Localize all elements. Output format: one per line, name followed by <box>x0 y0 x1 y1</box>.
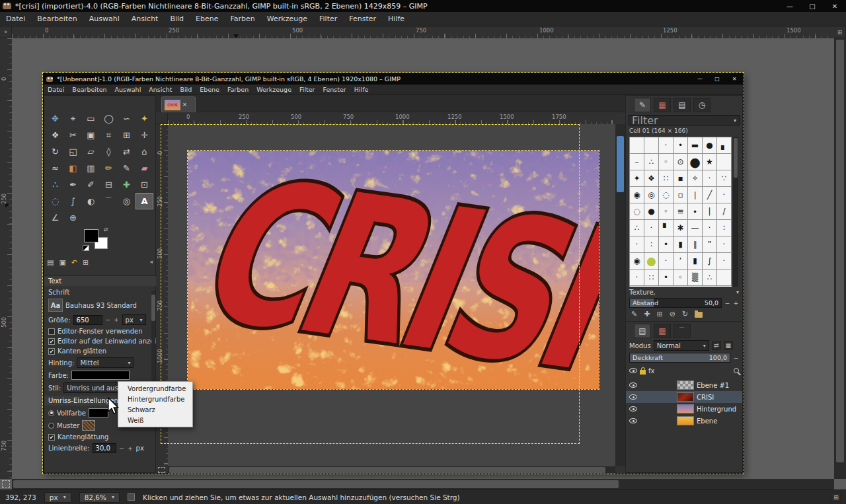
edit-brush-icon[interactable]: ✎ <box>631 310 637 318</box>
tool-pencil[interactable]: ✏ <box>100 160 118 176</box>
tool-perspective-clone[interactable]: ⊡ <box>135 176 153 193</box>
menu-item-werkzeuge[interactable]: Werkzeuge <box>252 85 295 94</box>
tool-fuzzy-select[interactable]: ✦ <box>135 110 153 127</box>
refresh-brushes-icon[interactable]: ↻ <box>682 310 688 318</box>
menu-item-datei[interactable]: Datei <box>44 85 68 94</box>
new-brush-icon[interactable]: ✚ <box>644 310 650 318</box>
tool-rotate[interactable]: ↻ <box>46 143 64 160</box>
layers-tab-icon[interactable]: ▤ <box>634 324 651 338</box>
unit-select[interactable]: px ▾ <box>44 492 71 503</box>
tool-perspective[interactable]: ◊ <box>100 143 118 160</box>
tool-smudge[interactable]: ∫ <box>64 193 82 209</box>
images-icon[interactable]: ⊞ <box>83 258 89 267</box>
layer-row[interactable]: CRISI <box>626 391 742 403</box>
brush-cell[interactable]: · <box>703 220 717 236</box>
brush-cell[interactable]: · <box>659 137 673 154</box>
delete-brush-icon[interactable]: ⊘ <box>670 310 675 318</box>
fx-label[interactable]: fx <box>648 367 654 375</box>
brush-cell[interactable]: · <box>630 236 644 253</box>
maximize-icon[interactable]: □ <box>801 3 824 10</box>
tool-scale[interactable]: ◱ <box>64 143 82 160</box>
texture-expander[interactable]: Texture, ▾ <box>629 289 739 296</box>
brush-cell[interactable]: ✧ <box>688 170 703 187</box>
brush-cell[interactable]: ◎ <box>644 187 659 203</box>
tool-crop[interactable]: ⌗ <box>100 127 118 143</box>
tool-eraser[interactable]: ▰ <box>135 160 153 176</box>
opacity-decrease-icon[interactable]: − <box>733 355 739 361</box>
brush-cell[interactable]: ❖ <box>644 170 659 187</box>
tool-free-select[interactable]: ∽ <box>118 110 135 127</box>
brush-cell[interactable]: ● <box>703 137 717 154</box>
brush-cell[interactable]: • <box>659 236 673 253</box>
brush-cell[interactable]: ∶ <box>717 220 732 236</box>
menu-item-werkzeuge[interactable]: Werkzeuge <box>261 13 313 24</box>
lock-icon[interactable] <box>640 370 646 375</box>
minimize-icon[interactable]: — <box>779 3 801 10</box>
menu-item-bild[interactable]: Bild <box>164 13 190 24</box>
tool-zoom[interactable]: ⊕ <box>64 209 82 226</box>
document-history-tab-icon[interactable]: ◷ <box>693 98 711 112</box>
brush-cell[interactable]: ╱ <box>703 187 717 203</box>
tool-dodge-burn[interactable]: ◐ <box>82 193 100 209</box>
tool-alignment[interactable]: ⌖ <box>64 110 82 127</box>
tool-options-icon[interactable]: ▤ <box>47 258 54 267</box>
menu-item-farben[interactable]: Farben <box>225 13 261 24</box>
brush-cell[interactable]: / <box>717 203 732 220</box>
brush-cell[interactable]: ∵ <box>717 170 732 187</box>
brush-cell[interactable]: ◦ <box>659 203 673 220</box>
brush-cell[interactable]: ∫ <box>703 253 717 270</box>
brush-cell[interactable]: ’ <box>673 253 688 270</box>
brush-cell[interactable]: ∴ <box>630 220 644 236</box>
tool-handle-transform[interactable]: ✛ <box>135 127 153 143</box>
menu-item-filter[interactable]: Filter <box>295 85 319 94</box>
navigation-preview-icon[interactable]: ⊞ <box>831 493 841 502</box>
tool-heal[interactable]: ✚ <box>118 176 135 193</box>
mode-switch-icon[interactable]: ⇄ <box>712 341 721 350</box>
visibility-eye-icon[interactable] <box>629 406 637 412</box>
brush-cell[interactable]: ▘ <box>659 220 673 236</box>
outer-horizontal-scrollbar[interactable] <box>12 479 834 489</box>
composite-icon[interactable]: ▦ <box>724 341 733 350</box>
brush-cell[interactable]: · <box>717 187 732 203</box>
close-icon[interactable]: ✕ <box>824 3 846 10</box>
tool-color-picker[interactable]: ◎ <box>118 193 135 209</box>
layer-row[interactable]: Hintergrund <box>626 403 742 415</box>
visibility-eye-icon[interactable] <box>629 394 637 400</box>
brush-cell[interactable]: • <box>659 270 673 286</box>
menu-item-datei[interactable]: Datei <box>0 13 31 24</box>
brush-cell[interactable] <box>630 137 644 154</box>
undo-history-icon[interactable]: ↶ <box>71 258 77 267</box>
tool-ellipse-select[interactable]: ◯ <box>100 110 118 127</box>
tool-shear[interactable]: ▱ <box>82 143 100 160</box>
tool-select-by-color[interactable]: ❖ <box>46 127 64 143</box>
layer-row[interactable]: Ebene #1 <box>626 379 742 391</box>
tool-blur-sharpen[interactable]: ◌ <box>46 193 64 209</box>
brush-cell[interactable]: ∶ <box>644 236 659 253</box>
open-brush-folder-icon[interactable] <box>695 312 703 318</box>
ruler-options-icon[interactable]: ⊞ <box>834 26 846 38</box>
context-menu-item-schwarz[interactable]: Schwarz <box>118 404 192 415</box>
menu-item-fenster[interactable]: Fenster <box>319 85 350 94</box>
visibility-eye-icon[interactable] <box>629 382 637 388</box>
brush-cell[interactable]: ▬ <box>688 137 703 154</box>
brush-cell[interactable]: ≡ <box>673 203 688 220</box>
spacing-slider[interactable]: Abstand 50,0 <box>629 298 722 308</box>
brush-cell[interactable]: ★ <box>703 154 717 170</box>
outer-vertical-scrollbar[interactable] <box>834 38 846 479</box>
menu-item-farben[interactable]: Farben <box>223 85 252 94</box>
brush-cell[interactable]: ◉ <box>630 253 644 270</box>
brush-cell[interactable]: • <box>673 137 688 154</box>
brush-cell[interactable]: ∴ <box>644 154 659 170</box>
brush-cell[interactable]: ⊙ <box>673 154 688 170</box>
brush-cell[interactable]: ▮ <box>673 236 688 253</box>
ruler-corner-icon[interactable]: ⌖ <box>0 26 12 38</box>
tool-paths[interactable]: ⌒ <box>100 193 118 209</box>
brush-cell[interactable] <box>717 270 732 286</box>
brush-cell[interactable]: ◌ <box>630 203 644 220</box>
tool-ink[interactable]: ✒ <box>64 176 82 193</box>
brush-cell[interactable]: · <box>644 220 659 236</box>
tool-warp-transform[interactable]: ≈ <box>46 160 64 176</box>
menu-item-hilfe[interactable]: Hilfe <box>382 13 410 24</box>
brushes-tab-icon[interactable]: ✎ <box>634 98 651 112</box>
duplicate-brush-icon[interactable]: ⊞ <box>656 310 662 318</box>
